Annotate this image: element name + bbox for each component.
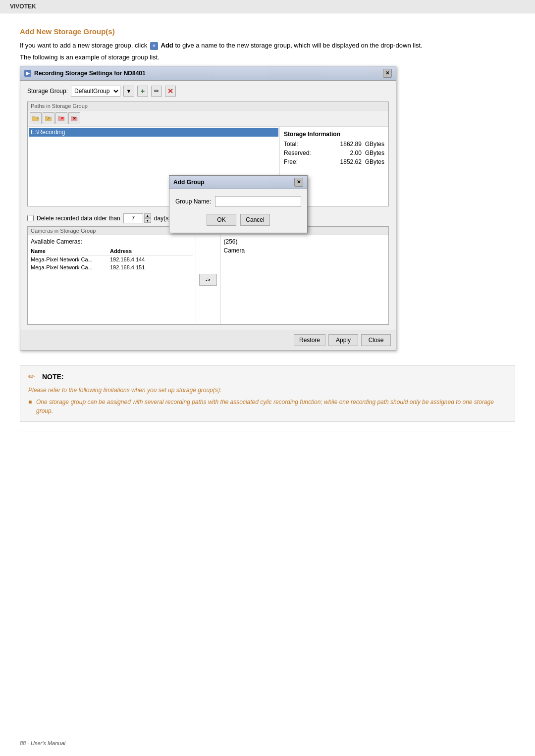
browse-path-button[interactable]: ↗ bbox=[43, 112, 54, 124]
section-title: Add New Storage Group(s) bbox=[20, 27, 515, 36]
days-increment-button[interactable]: ▲ bbox=[144, 213, 151, 218]
note-section: ✏ NOTE: Please refer to the following li… bbox=[20, 365, 515, 422]
dialog-body: Storage Group: DefaultGroup ▼ + ✏ ✕ Path… bbox=[20, 81, 396, 330]
add-icon: + bbox=[141, 87, 145, 95]
add-group-titlebar: Add Group ✕ bbox=[169, 176, 307, 189]
total-label: Total: bbox=[284, 141, 298, 148]
cameras-table-header: Name Address bbox=[31, 247, 193, 255]
storage-group-dropdown-arrow[interactable]: ▼ bbox=[123, 86, 134, 97]
folder-delete-icon: ✕ bbox=[58, 115, 65, 121]
table-row[interactable]: Mega-Pixel Network Ca... 192.168.4.151 bbox=[31, 263, 193, 271]
folder-add-icon: + bbox=[32, 115, 39, 121]
free-label: Free: bbox=[284, 158, 298, 165]
note-header: ✏ NOTE: bbox=[28, 372, 507, 382]
camera1-address: 192.168.4.144 bbox=[110, 256, 193, 262]
note-item-text: One storage group can be assigned with s… bbox=[36, 398, 507, 415]
add-storage-group-button[interactable]: + bbox=[137, 86, 148, 97]
note-title: NOTE: bbox=[42, 373, 64, 381]
edit-icon: ✏ bbox=[154, 88, 159, 95]
delete-icon: ✕ bbox=[167, 87, 173, 95]
table-row[interactable]: Mega-Pixel Network Ca... 192.168.4.144 bbox=[31, 255, 193, 263]
svg-rect-1 bbox=[32, 116, 35, 117]
days-decrement-button[interactable]: ▼ bbox=[144, 218, 151, 223]
svg-text:✕: ✕ bbox=[60, 116, 64, 121]
folder-clear-icon: ✖ bbox=[71, 115, 78, 121]
svg-text:↗: ↗ bbox=[47, 116, 50, 121]
path-item[interactable]: E:\Recording bbox=[29, 128, 278, 137]
note-icon: ✏ bbox=[28, 372, 38, 382]
add-group-body: Group Name: OK Cancel bbox=[169, 189, 307, 233]
add-group-title: Add Group bbox=[173, 179, 205, 186]
restore-button[interactable]: Restore bbox=[294, 334, 325, 346]
paths-section-label: Paths in Storage Group bbox=[28, 102, 388, 110]
storage-free-row: Free: 1852.62 GBytes bbox=[284, 158, 384, 165]
add-path-button[interactable]: + bbox=[30, 112, 42, 124]
titlebar-icon: ▶ bbox=[24, 70, 31, 77]
storage-group-dropdown[interactable]: DefaultGroup bbox=[71, 86, 120, 97]
add-group-ok-button[interactable]: OK bbox=[207, 214, 236, 226]
camera2-address: 192.168.4.151 bbox=[110, 264, 193, 270]
add-inline-icon: + bbox=[150, 42, 158, 50]
svg-text:✖: ✖ bbox=[73, 116, 76, 121]
assign-camera-button[interactable]: -> bbox=[199, 274, 217, 286]
main-dialog: ▶ Recording Storage Settings for ND8401 … bbox=[20, 66, 396, 351]
total-value: 1862.89 GBytes bbox=[340, 141, 384, 148]
available-cameras-label: Available Cameras: bbox=[31, 238, 193, 245]
delete-checkbox[interactable] bbox=[27, 215, 34, 221]
top-bar: VIVOTEK bbox=[0, 0, 535, 13]
apply-button[interactable]: Apply bbox=[328, 334, 358, 346]
free-value: 1852.62 GBytes bbox=[340, 158, 384, 165]
col-name-header: Name bbox=[31, 248, 110, 254]
dialog-titlebar: ▶ Recording Storage Settings for ND8401 … bbox=[20, 66, 396, 81]
cameras-section: Cameras in Storage Group Available Camer… bbox=[27, 226, 389, 325]
close-button[interactable]: Close bbox=[361, 334, 391, 346]
add-group-dialog: Add Group ✕ Group Name: OK Cancel bbox=[169, 175, 308, 233]
folder-icon: ↗ bbox=[45, 115, 52, 121]
delete-days-input[interactable] bbox=[123, 213, 143, 223]
reserved-label: Reserved: bbox=[284, 150, 311, 156]
storage-group-row: Storage Group: DefaultGroup ▼ + ✏ ✕ bbox=[27, 86, 389, 97]
intro-text-part1: If you want to add a new storage group, … bbox=[20, 42, 147, 49]
delete-path-button[interactable]: ✕ bbox=[55, 112, 67, 124]
group-name-row: Group Name: bbox=[175, 196, 301, 207]
storage-group-label: Storage Group: bbox=[27, 88, 68, 95]
paths-toolbar: + ↗ ✕ bbox=[28, 110, 388, 127]
footer-separator bbox=[20, 432, 515, 432]
intro-text-part2: to give a name to the new storage group,… bbox=[175, 42, 422, 49]
intro-add-word: Add bbox=[161, 42, 173, 49]
cameras-middle: -> bbox=[196, 235, 221, 324]
intro-paragraph: If you want to add a new storage group, … bbox=[20, 41, 515, 50]
clear-path-button[interactable]: ✖ bbox=[68, 112, 80, 124]
note-bullet: ■ bbox=[28, 398, 33, 415]
available-cameras-panel: Available Cameras: Name Address Mega-Pix… bbox=[28, 235, 196, 324]
add-group-close-button[interactable]: ✕ bbox=[294, 178, 303, 187]
reserved-value: 2.00 GBytes bbox=[350, 150, 384, 156]
storage-reserved-row: Reserved: 2.00 GBytes bbox=[284, 150, 384, 156]
add-group-cancel-button[interactable]: Cancel bbox=[240, 214, 270, 226]
cameras-body: Available Cameras: Name Address Mega-Pix… bbox=[28, 235, 388, 324]
note-text: Please refer to the following limitation… bbox=[28, 387, 507, 394]
edit-storage-group-button[interactable]: ✏ bbox=[151, 86, 162, 97]
delete-unit: day(s) bbox=[154, 215, 170, 222]
brand-label: VIVOTEK bbox=[10, 3, 36, 10]
intro-example: The following is an example of storage g… bbox=[20, 53, 515, 61]
storage-info-title: Storage Information bbox=[284, 131, 384, 138]
col-address-header: Address bbox=[110, 248, 193, 254]
dialog-close-button[interactable]: ✕ bbox=[383, 69, 392, 78]
assigned-count: (256) bbox=[224, 238, 386, 245]
assigned-cameras-panel: (256) Camera bbox=[221, 235, 389, 324]
storage-total-row: Total: 1862.89 GBytes bbox=[284, 141, 384, 148]
assigned-camera-label: Camera bbox=[224, 247, 386, 254]
delete-label: Delete recorded data older than bbox=[37, 215, 120, 222]
add-group-buttons: OK Cancel bbox=[175, 214, 301, 226]
camera1-name: Mega-Pixel Network Ca... bbox=[31, 256, 110, 262]
camera2-name: Mega-Pixel Network Ca... bbox=[31, 264, 110, 270]
delete-storage-group-button[interactable]: ✕ bbox=[165, 86, 176, 97]
svg-text:+: + bbox=[37, 116, 39, 120]
note-item: ■ One storage group can be assigned with… bbox=[28, 398, 507, 415]
group-name-input[interactable] bbox=[215, 196, 301, 207]
group-name-label: Group Name: bbox=[175, 198, 211, 205]
dialog-footer: Restore Apply Close bbox=[20, 330, 396, 350]
dialog-title: Recording Storage Settings for ND8401 bbox=[34, 70, 146, 77]
page-footer: 88 - User's Manual bbox=[20, 740, 65, 746]
